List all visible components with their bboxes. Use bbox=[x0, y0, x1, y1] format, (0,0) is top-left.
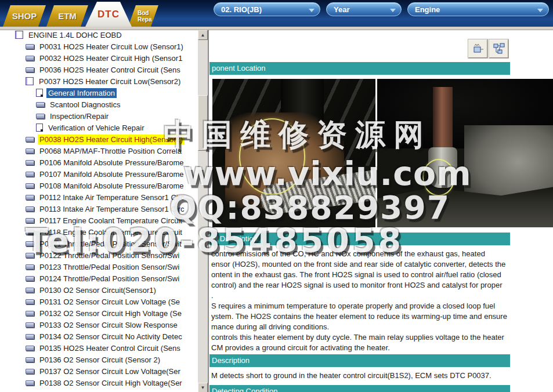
tree-item-label[interactable]: P0134 O2 Sensor Circuit No Activity Dete… bbox=[38, 332, 184, 342]
vehicle-model-dropdown[interactable]: 02. RIO(JB) bbox=[214, 2, 320, 16]
tree-item[interactable]: P0112 Intake Air Temperature Sensor1 Cir… bbox=[0, 191, 198, 203]
tree-item[interactable]: P0130 O2 Sensor Circuit(Sensor1) bbox=[0, 284, 198, 296]
tab-dtc-active[interactable]: DTC bbox=[85, 2, 132, 27]
tree-item-label[interactable]: P0122 Throttle/Pedal Position Sensor/Swi bbox=[38, 251, 181, 260]
chevron-down-icon bbox=[537, 9, 543, 12]
component-location-button[interactable] bbox=[468, 39, 487, 58]
vehicle-model-dropdown-value: 02. RIO(JB) bbox=[221, 5, 262, 14]
tree-item-label[interactable]: P0132 O2 Sensor Circuit High Voltage (Se bbox=[38, 308, 183, 318]
tree-item[interactable]: P0138 O2 Sensor Circuit High Voltage(Ser bbox=[0, 377, 198, 389]
sensor-highlight-circle bbox=[239, 118, 305, 195]
text-line: control emissions of the CO, HC and NOx … bbox=[211, 249, 536, 259]
tree-item-icon bbox=[26, 195, 34, 200]
tree-item-label[interactable]: P0136 O2 Sensor Circuit (Sensor 2) bbox=[38, 355, 162, 365]
engine-dropdown[interactable]: Engine bbox=[407, 2, 549, 16]
general-description-text: control emissions of the CO, HC and NOx … bbox=[211, 249, 536, 353]
tree-item[interactable]: P0124 Throttle/Pedal Position Sensor/Swi bbox=[0, 273, 198, 284]
tree-item[interactable]: P0135 HO2S Heater Control Circuit (Sens bbox=[0, 342, 198, 354]
tree-item[interactable]: P0037 HO2S Heater Circuit Low(Sensor2) bbox=[0, 75, 198, 87]
tree-scrollbar[interactable]: ▲ ▼ bbox=[198, 30, 208, 392]
tree-item-label[interactable]: P0038 HO2S Heater Circuit High(Sensor2) bbox=[38, 135, 185, 144]
tree-item-label[interactable]: P0137 O2 Sensor Circuit Low Voltage(Ser bbox=[38, 366, 182, 376]
tree-item[interactable]: Scantool Diagnostics bbox=[0, 99, 198, 110]
tree-item-icon bbox=[26, 137, 34, 142]
tree-item-label[interactable]: P0138 O2 Sensor Circuit High Voltage(Ser bbox=[38, 378, 184, 388]
tree-item[interactable]: P0032 HO2S Heater Circuit High (Sensor1 bbox=[0, 52, 198, 64]
tree-item-label[interactable]: P0124 Throttle/Pedal Position Sensor/Swi bbox=[38, 274, 181, 284]
tree-item[interactable]: P0134 O2 Sensor Circuit No Activity Dete… bbox=[0, 331, 198, 342]
tree-item[interactable]: P0107 Manifold Absolute Pressure/Barome bbox=[0, 168, 198, 180]
tab-body-repair[interactable]: Bod Repa bbox=[128, 5, 158, 27]
tree-item-label[interactable]: P0031 HO2S Heater Circuit Low (Sensor1) bbox=[38, 42, 185, 52]
text-line: S requires a minimum temperature to oper… bbox=[211, 301, 536, 311]
tree-item-label[interactable]: General Information bbox=[46, 88, 117, 98]
tree-item[interactable]: P0121 Throttle/Pedal Position Sensor/Swi… bbox=[0, 238, 198, 249]
tree-item[interactable]: P0038 HO2S Heater Circuit High(Sensor2) bbox=[0, 133, 198, 145]
scroll-up-icon[interactable]: ▲ bbox=[198, 30, 208, 40]
tree-item-label[interactable]: P0037 HO2S Heater Circuit Low(Sensor2) bbox=[37, 77, 182, 86]
tree-item-label[interactable]: P0068 MAP/MAF-Throttle Position Correla bbox=[38, 146, 183, 156]
tree-item-icon bbox=[26, 334, 34, 339]
tree-item-icon bbox=[26, 357, 34, 362]
component-photo-engine-bay bbox=[212, 79, 375, 227]
tree-item-label[interactable]: P0113 Intake Air Temperature Sensor1 Cir… bbox=[38, 204, 186, 214]
text-line: controls this heater element by duty cyc… bbox=[211, 332, 536, 343]
tree-item-icon bbox=[26, 253, 34, 258]
tree-item-label[interactable]: P0133 O2 Sensor Circuit Slow Response bbox=[38, 320, 179, 330]
tree-item[interactable]: P0131 O2 Sensor Circuit Low Voltage (Se bbox=[0, 296, 198, 307]
tree-item-label[interactable]: P0131 O2 Sensor Circuit Low Voltage (Se bbox=[38, 297, 182, 307]
tree-item[interactable]: P0031 HO2S Heater Circuit Low (Sensor1) bbox=[0, 41, 198, 52]
tab-dtc-label: DTC bbox=[97, 9, 120, 20]
tree-item-icon bbox=[36, 114, 45, 119]
tree-item[interactable]: P0123 Throttle/Pedal Position Sensor/Swi bbox=[0, 261, 198, 273]
tree-item[interactable]: P0036 HO2S Heater Control Circuit (Sens bbox=[0, 64, 198, 75]
tree-item-label[interactable]: P0036 HO2S Heater Control Circuit (Sens bbox=[38, 65, 182, 75]
tree-item[interactable]: P0122 Throttle/Pedal Position Sensor/Swi bbox=[0, 249, 198, 261]
tree-item-label[interactable]: Verification of Vehicle Repair bbox=[46, 123, 146, 133]
text-line: ensor (HO2S), mounted on the front side … bbox=[211, 259, 536, 270]
tab-etm[interactable]: ETM bbox=[46, 5, 88, 27]
year-dropdown[interactable]: Year bbox=[326, 2, 402, 16]
tree-item[interactable]: ENGINE 1.4L DOHC EOBD bbox=[0, 30, 198, 41]
scrollbar-thumb[interactable] bbox=[198, 95, 208, 151]
tree-item-label[interactable]: Inspection/Repair bbox=[48, 111, 110, 121]
tree-item[interactable]: P0137 O2 Sensor Circuit Low Voltage(Ser bbox=[0, 365, 198, 377]
scroll-down-icon[interactable]: ▼ bbox=[198, 383, 208, 392]
tree-item-label[interactable]: Scantool Diagnostics bbox=[48, 100, 122, 110]
tree-item[interactable]: P0133 O2 Sensor Circuit Slow Response bbox=[0, 319, 198, 331]
tree-item[interactable]: P0118 Engine Coolant Temperature Circuit bbox=[0, 226, 198, 238]
tree-item-label[interactable]: P0123 Throttle/Pedal Position Sensor/Swi bbox=[38, 262, 181, 272]
tree-item-label[interactable]: P0121 Throttle/Pedal Position Sensor/Swi… bbox=[38, 239, 183, 249]
tree-item-label[interactable]: P0032 HO2S Heater Circuit High (Sensor1 bbox=[38, 53, 184, 63]
tree-item-label[interactable]: P0117 Engine Coolant Temperature Circuit bbox=[38, 216, 184, 226]
tree-item-label[interactable]: P0106 Manifold Absolute Pressure/Barome bbox=[38, 158, 186, 168]
component-icon bbox=[472, 43, 485, 55]
top-tab-bar: SHOP ETM Bod Repa DTC 02. RIO(JB) Year E… bbox=[0, 0, 553, 27]
tree-item[interactable]: Verification of Vehicle Repair bbox=[0, 122, 198, 133]
text-line: ontent in the exhaust gas. The front HO2… bbox=[211, 270, 536, 280]
tree-item-label[interactable]: P0108 Manifold Absolute Pressure/Barome bbox=[38, 181, 186, 191]
tree-item[interactable]: P0136 O2 Sensor Circuit (Sensor 2) bbox=[0, 354, 198, 365]
tree-item-label[interactable]: P0130 O2 Sensor Circuit(Sensor1) bbox=[38, 285, 158, 295]
tree-item-label[interactable]: P0118 Engine Coolant Temperature Circuit bbox=[38, 227, 184, 237]
tree-item[interactable]: P0068 MAP/MAF-Throttle Position Correla bbox=[0, 145, 198, 157]
tree-item-label[interactable]: P0112 Intake Air Temperature Sensor1 Cir… bbox=[38, 193, 186, 202]
wiring-schematic-button[interactable] bbox=[489, 39, 508, 58]
tree-item[interactable]: P0132 O2 Sensor Circuit High Voltage (Se bbox=[0, 307, 198, 319]
tree-item[interactable]: General Information bbox=[0, 87, 198, 99]
tree-item[interactable]: P0108 Manifold Absolute Pressure/Barome bbox=[0, 180, 198, 191]
tree-item-icon bbox=[26, 183, 34, 188]
section-header-detecting-condition: Detecting Condition bbox=[209, 385, 510, 392]
tree-item-label[interactable]: P0107 Manifold Absolute Pressure/Barome bbox=[38, 169, 186, 179]
tree-item-icon bbox=[26, 369, 34, 374]
tree-item-label[interactable]: P0135 HO2S Heater Control Circuit (Sens bbox=[38, 343, 182, 353]
tree-item[interactable]: P0117 Engine Coolant Temperature Circuit bbox=[0, 215, 198, 226]
text-line: . bbox=[211, 291, 536, 301]
tree-item-label[interactable]: ENGINE 1.4L DOHC EOBD bbox=[27, 30, 124, 40]
tab-shop[interactable]: SHOP bbox=[3, 5, 46, 27]
tree-item-icon bbox=[26, 206, 34, 212]
tree-item-icon bbox=[26, 264, 34, 270]
tree-item[interactable]: Inspection/Repair bbox=[0, 110, 198, 122]
tree-item[interactable]: P0113 Intake Air Temperature Sensor1 Cir… bbox=[0, 203, 198, 215]
tree-item[interactable]: P0106 Manifold Absolute Pressure/Barome bbox=[0, 157, 198, 168]
